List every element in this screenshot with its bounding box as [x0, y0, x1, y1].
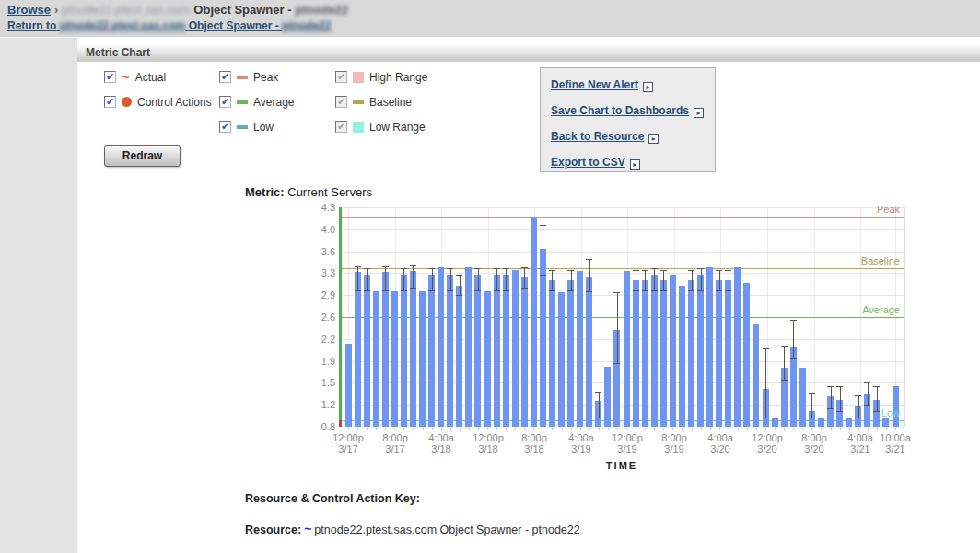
checkbox-low[interactable]: ✔: [219, 121, 231, 133]
x-minor-tick: [895, 428, 896, 430]
x-minor-tick: [784, 428, 785, 430]
error-bar-cap: [827, 386, 834, 387]
error-bar-cap: [827, 408, 834, 409]
y-tick-label: 3.6: [304, 246, 335, 257]
error-bar-cap: [613, 292, 620, 293]
legend-label: Peak: [253, 71, 278, 84]
return-node-redacted: ptnode22: [282, 19, 331, 32]
save-chart-to-dashboards-link[interactable]: Save Chart to Dashboards: [551, 104, 689, 117]
x-minor-tick: [672, 428, 673, 430]
export-to-csv-link[interactable]: Export to CSV: [551, 156, 625, 169]
y-tick-label: 1.5: [304, 377, 335, 388]
error-bar-cap: [763, 348, 769, 349]
arrow-icon[interactable]: ▸: [630, 159, 640, 170]
error-bar-cap: [521, 267, 528, 268]
breadcrumb-separator: ›: [51, 3, 62, 17]
error-bar-cap: [355, 266, 361, 267]
x-minor-tick: [747, 428, 748, 430]
x-minor-tick: [478, 428, 479, 430]
return-to-resource-link[interactable]: Return to ptnode22.ptest.sas.com Object …: [7, 19, 331, 32]
y-tick-label: 4.3: [304, 202, 335, 213]
x-minor-tick: [562, 428, 563, 430]
breadcrumb: Browse›ptnode22.ptest.sas.comObject Spaw…: [7, 3, 348, 17]
checkbox-baseline: ✔: [335, 96, 347, 108]
resource-key-entry: Resource:~ptnode22.ptest.sas.com Object …: [245, 522, 580, 536]
chart-bar: [401, 275, 407, 427]
error-bar-cap: [763, 418, 769, 418]
legend-item-average: ✔Average: [219, 93, 294, 111]
square-marker-icon: [353, 122, 364, 133]
error-bar-cap: [410, 265, 416, 266]
baseline-line-label: Baseline: [861, 255, 900, 266]
define-new-alert-link[interactable]: Define New Alert: [551, 78, 638, 91]
error-bar-cap: [651, 290, 658, 291]
arrow-icon[interactable]: ▸: [648, 134, 659, 144]
error-bar: [403, 268, 404, 290]
legend-item-low-range: ✔Low Range: [335, 118, 427, 135]
y-tick-label: 1.2: [304, 399, 335, 410]
x-minor-tick: [496, 428, 497, 430]
legend-item-high-range: ✔High Range: [335, 68, 427, 86]
error-bar-cap: [494, 290, 500, 291]
arrow-icon[interactable]: ▸: [643, 82, 653, 92]
browse-link[interactable]: Browse: [7, 3, 51, 17]
error-bar: [645, 270, 646, 290]
low-line-label: Low: [881, 407, 900, 418]
return-resource-title: Object Spawner -: [189, 19, 279, 32]
error-bar-cap: [428, 290, 435, 291]
checkbox-average[interactable]: ✔: [219, 96, 231, 108]
x-minor-tick: [840, 428, 841, 430]
redraw-button[interactable]: Redraw: [104, 145, 181, 167]
y-tick-label: 2.6: [304, 312, 335, 323]
error-bar: [496, 268, 497, 290]
error-bar: [460, 275, 461, 295]
left-gutter: [0, 37, 77, 553]
x-minor-tick: [738, 428, 739, 430]
resource-label: Resource:: [245, 524, 301, 536]
peak-reference-line: [339, 217, 904, 218]
error-bar-cap: [809, 393, 815, 394]
checkbox-actual[interactable]: ✔: [104, 71, 116, 83]
breadcrumb-node-redacted: ptnode22: [292, 3, 349, 17]
chart-bar: [465, 267, 472, 427]
error-bar-cap: [836, 411, 843, 412]
error-bar-cap: [474, 268, 481, 269]
x-minor-tick: [756, 428, 757, 430]
checkbox-peak[interactable]: ✔: [219, 71, 231, 83]
error-bar-cap: [688, 270, 694, 271]
metric-chart-plot: PeakBaselineAverageLow: [339, 207, 905, 427]
error-bar-cap: [401, 268, 407, 269]
legend-item-low: ✔Low: [219, 118, 294, 135]
x-minor-tick: [403, 428, 404, 430]
y-tick-label: 2.2: [304, 334, 335, 345]
circle-marker-icon: [122, 97, 132, 107]
error-bar-cap: [716, 290, 722, 291]
breadcrumb-host-redacted[interactable]: ptnode22.ptest.sas.com: [62, 3, 189, 17]
error-bar-cap: [809, 418, 815, 418]
x-minor-tick: [469, 428, 470, 430]
legend-label: Control Actions: [137, 96, 212, 109]
legend-label: Average: [253, 96, 294, 109]
error-bar-cap: [456, 295, 462, 296]
error-bar-cap: [651, 268, 658, 269]
chart-bar: [521, 277, 528, 427]
chart-bar: [799, 368, 806, 427]
error-bar: [524, 267, 525, 289]
chart-bar: [706, 267, 713, 427]
arrow-icon[interactable]: ▸: [694, 108, 704, 118]
breadcrumb-resource-title: Object Spawner -: [189, 3, 291, 17]
error-bar: [811, 393, 812, 418]
x-minor-tick: [868, 428, 869, 430]
error-bar-cap: [697, 268, 704, 269]
y-tick-label: 4.0: [304, 224, 335, 235]
chart-bar: [419, 291, 426, 427]
x-minor-tick: [524, 428, 525, 430]
x-minor-tick: [811, 428, 812, 430]
error-bar-cap: [567, 270, 574, 271]
checkbox-control-actions[interactable]: ✔: [104, 96, 116, 108]
square-marker-icon: [353, 72, 364, 83]
chart-bar: [670, 275, 676, 427]
back-to-resource-link[interactable]: Back to Resource: [551, 130, 644, 143]
error-bar: [831, 386, 832, 408]
error-bar-cap: [613, 363, 620, 364]
